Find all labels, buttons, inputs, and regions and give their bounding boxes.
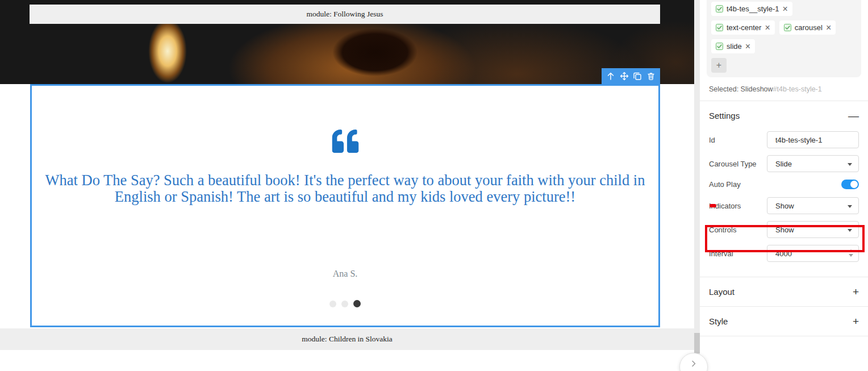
controls-value: Show	[775, 226, 794, 234]
field-row-indicators: Indicators Show	[700, 197, 868, 214]
divider	[700, 336, 868, 336]
tag-checkbox-icon[interactable]	[716, 43, 723, 50]
indicators-select[interactable]: Show	[767, 197, 859, 214]
trash-icon	[646, 72, 656, 81]
chevron-right-icon	[690, 360, 698, 368]
controls-select[interactable]: Show	[767, 221, 859, 238]
section-header-settings[interactable]: Settings —	[700, 101, 868, 130]
carousel-type-label: Carousel Type	[709, 160, 757, 168]
field-row-carousel-type: Carousel Type Slide	[700, 155, 868, 172]
section-header-style[interactable]: Style +	[700, 307, 868, 336]
duplicate-button[interactable]	[632, 70, 643, 82]
selected-element-name: Slideshow	[741, 85, 773, 93]
carousel-indicators	[32, 301, 658, 307]
selected-element-id: #t4b-tes-style-1	[773, 85, 822, 93]
style-section-title: Style	[709, 316, 728, 326]
settings-fields: Id Carousel Type Slide Auto Play Indicat…	[700, 130, 868, 277]
tag-chip: text-center ×	[711, 20, 775, 35]
element-toolbar	[602, 68, 660, 84]
expand-icon[interactable]: +	[853, 318, 859, 326]
toggle-knob	[850, 181, 858, 188]
select-parent-button[interactable]	[605, 70, 616, 82]
collapse-icon[interactable]: —	[848, 112, 859, 120]
carousel-dot[interactable]	[329, 301, 336, 307]
tag-label: slide	[727, 41, 742, 51]
chevron-down-icon	[848, 163, 852, 166]
tag-checkbox-icon[interactable]	[716, 5, 723, 12]
remove-tag-icon[interactable]: ×	[765, 24, 770, 32]
module-placeholder-top-label: module: Following Jesus	[306, 10, 383, 19]
module-placeholder-bottom-label: module: Children in Slovakia	[302, 335, 392, 344]
move-icon	[620, 72, 629, 81]
indicators-label: Indicators	[709, 202, 741, 210]
builder-canvas: module: Following Jesus What Do	[0, 0, 694, 371]
controls-label: Controls	[709, 226, 736, 234]
selected-slideshow-element[interactable]: What Do The Say? Such a beautiful book! …	[30, 84, 660, 327]
module-placeholder-top: module: Following Jesus	[30, 5, 660, 24]
tag-chip: t4b-tes__style-1 ×	[711, 2, 792, 16]
testimonial-quote: What Do The Say? Such a beautiful book! …	[32, 172, 659, 205]
field-row-id: Id	[700, 131, 868, 148]
section-header-layout[interactable]: Layout +	[700, 277, 868, 306]
indicators-value: Show	[775, 202, 794, 210]
delete-button[interactable]	[645, 70, 657, 82]
tag-chip: carousel ×	[779, 20, 836, 35]
selected-element-line: Selected: Slideshow#t4b-tes-style-1	[709, 85, 859, 93]
tag-label: text-center	[727, 23, 761, 32]
carousel-dot[interactable]	[341, 301, 348, 307]
expand-icon[interactable]: +	[853, 288, 859, 296]
chevron-down-icon	[848, 229, 852, 232]
remove-tag-icon[interactable]: ×	[745, 43, 750, 51]
selected-label: Selected:	[709, 85, 738, 93]
move-button[interactable]	[619, 70, 630, 82]
interval-input-wrap	[767, 245, 859, 262]
tag-chip: slide ×	[711, 39, 755, 53]
scrollbar-thumb[interactable]	[694, 333, 700, 353]
interval-input[interactable]	[775, 249, 850, 258]
field-row-interval: Interval	[700, 245, 868, 262]
remove-tag-icon[interactable]: ×	[826, 24, 831, 32]
chevron-down-icon	[848, 205, 852, 208]
tag-label: t4b-tes__style-1	[727, 4, 779, 14]
quote-icon	[332, 128, 358, 157]
carousel-type-value: Slide	[775, 160, 792, 168]
id-input-wrap	[767, 131, 859, 148]
settings-section-title: Settings	[709, 111, 740, 120]
tag-label: carousel	[795, 23, 823, 32]
auto-play-label: Auto Play	[709, 180, 741, 189]
canvas-scrollbar[interactable]	[694, 0, 700, 371]
layout-section-title: Layout	[709, 287, 735, 297]
arrow-up-icon	[606, 72, 615, 81]
auto-play-toggle[interactable]	[841, 180, 859, 189]
carousel-type-select[interactable]: Slide	[767, 155, 859, 172]
testimonial-author: Ana S.	[32, 269, 658, 279]
interval-label: Interval	[709, 249, 733, 258]
id-field-label: Id	[709, 136, 715, 144]
number-stepper	[849, 249, 853, 257]
field-row-auto-play: Auto Play	[700, 179, 868, 189]
field-row-controls: Controls Show	[700, 221, 868, 238]
stepper-down-icon[interactable]	[849, 254, 853, 257]
add-tag-button[interactable]: +	[711, 58, 727, 73]
stepper-up-icon[interactable]	[849, 249, 853, 252]
duplicate-icon	[633, 72, 642, 81]
settings-sidebar: t4b-tes__style-1 × text-center × carouse…	[700, 0, 868, 371]
tag-checkbox-icon[interactable]	[784, 24, 791, 31]
remove-tag-icon[interactable]: ×	[783, 5, 788, 13]
module-placeholder-bottom: module: Children in Slovakia	[0, 328, 694, 350]
tag-checkbox-icon[interactable]	[716, 24, 723, 31]
id-input[interactable]	[775, 136, 850, 144]
carousel-dot-active[interactable]	[353, 300, 361, 307]
css-classes-box: t4b-tes__style-1 × text-center × carouse…	[707, 0, 861, 77]
